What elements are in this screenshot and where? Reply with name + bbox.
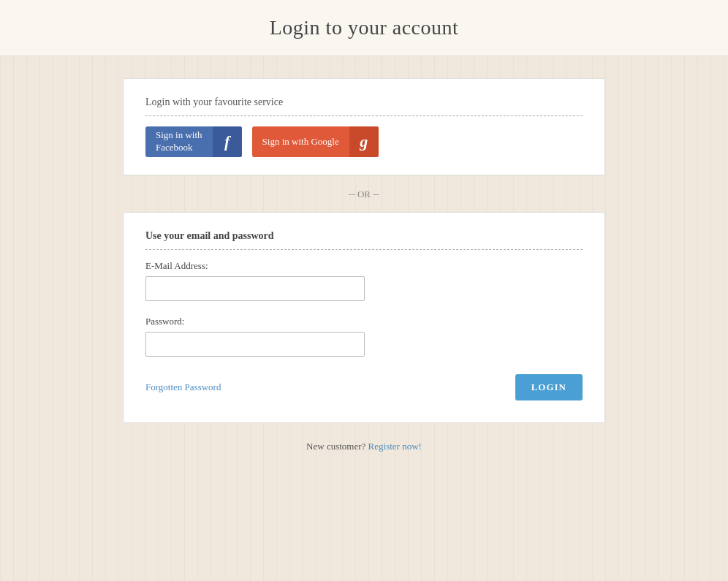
social-buttons: Sign in withFacebook f Sign in with Goog… <box>145 126 583 157</box>
google-login-button[interactable]: Sign in with Google g <box>252 126 379 157</box>
forgotten-password-link[interactable]: Forgotten Password <box>145 381 221 393</box>
social-login-box: Login with your favourite service Sign i… <box>123 78 605 175</box>
google-button-text: Sign in with Google <box>252 136 349 148</box>
email-label: E-Mail Address: <box>145 260 583 272</box>
facebook-button-text: Sign in withFacebook <box>145 129 213 154</box>
email-login-title: Use your email and password <box>145 230 583 250</box>
password-form-group: Password: <box>145 316 583 357</box>
register-link[interactable]: Register now! <box>368 441 422 452</box>
main-content: Login with your favourite service Sign i… <box>108 56 620 474</box>
password-input[interactable] <box>145 332 365 357</box>
google-icon: g <box>349 126 379 157</box>
email-login-box: Use your email and password E-Mail Addre… <box>123 212 605 423</box>
or-separator: -- OR -- <box>123 189 605 200</box>
email-input[interactable] <box>145 276 365 301</box>
login-button[interactable]: LOGIN <box>515 374 583 400</box>
new-customer-row: New customer? Register now! <box>123 441 605 452</box>
password-label: Password: <box>145 316 583 327</box>
social-login-title: Login with your favourite service <box>145 96 583 116</box>
page-header: Login to your account <box>0 0 728 56</box>
page-title: Login to your account <box>15 16 713 39</box>
form-footer: Forgotten Password LOGIN <box>145 374 583 400</box>
facebook-login-button[interactable]: Sign in withFacebook f <box>145 126 242 157</box>
email-form-group: E-Mail Address: <box>145 260 583 301</box>
facebook-icon: f <box>213 126 242 157</box>
new-customer-text: New customer? <box>306 441 365 452</box>
